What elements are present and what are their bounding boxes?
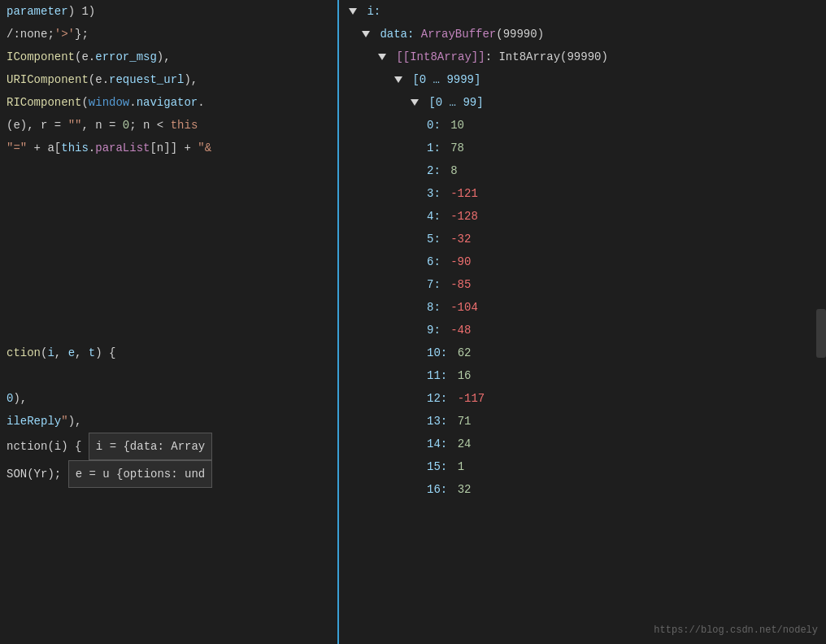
inspector-data[interactable]: data: ArrayBuffer(99990) xyxy=(346,23,826,46)
entry-7: 7: -85 xyxy=(346,273,826,296)
code-line-5: RIComponent(window.navigator. xyxy=(3,91,337,114)
entry-15: 15: 1 xyxy=(346,455,826,478)
int8-label: [[Int8Array]]: Int8Array(99990) xyxy=(396,50,607,63)
code-line-20: SON(Yr); e = u {options: und xyxy=(3,460,337,488)
entry-13: 13: 71 xyxy=(346,410,826,433)
tooltip-array: i = {data: Array xyxy=(89,433,212,460)
entry-2: 2: 8 xyxy=(346,159,826,182)
code-line-blank7 xyxy=(3,296,337,319)
inspector-int8[interactable]: [[Int8Array]]: Int8Array(99990) xyxy=(346,46,826,68)
inspector-range1[interactable]: [0 … 9999] xyxy=(346,68,826,91)
entry-12: 12: -117 xyxy=(346,387,826,410)
code-line-3: IComponent(e.error_msg), xyxy=(3,46,337,68)
code-line-blank3 xyxy=(3,205,337,228)
entry-4: 4: -128 xyxy=(346,205,826,228)
entry-1: 1: 78 xyxy=(346,137,826,159)
root-label: i: xyxy=(367,5,380,18)
code-line-2: /:none;'>'}; xyxy=(3,23,337,46)
code-line-6: (e), r = "", n = 0; n < this xyxy=(3,114,337,137)
entry-3: 3: -121 xyxy=(346,182,826,205)
entry-6: 6: -90 xyxy=(346,250,826,273)
right-inspector-panel: i: data: ArrayBuffer(99990) [[Int8Array]… xyxy=(337,0,826,644)
code-line-blank2 xyxy=(3,182,337,205)
code-line-blank8 xyxy=(3,319,337,342)
code-line-17: 0), xyxy=(3,387,337,410)
range1-label: [0 … 9999] xyxy=(412,73,480,86)
tooltip-options: e = u {options: und xyxy=(68,460,213,488)
entry-14: 14: 24 xyxy=(346,433,826,455)
scrollbar[interactable] xyxy=(816,309,826,358)
range2-label: [0 … 99] xyxy=(428,96,483,109)
code-line-7: "=" + a[this.paraList[n]] + "& xyxy=(3,137,337,159)
collapse-icon-range1[interactable] xyxy=(394,76,402,83)
entry-9: 9: -48 xyxy=(346,319,826,342)
code-line-blank1 xyxy=(3,159,337,182)
left-code-panel: parameter) 1) /:none;'>'}; IComponent(e.… xyxy=(0,0,337,644)
collapse-icon-int8[interactable] xyxy=(378,54,386,60)
entry-0: 0: 10 xyxy=(346,114,826,137)
collapse-icon-data[interactable] xyxy=(362,31,370,37)
collapse-icon-root[interactable] xyxy=(349,8,357,15)
data-label: data: ArrayBuffer(99990) xyxy=(380,28,544,41)
code-line-blank9 xyxy=(3,364,337,387)
inspector-range2[interactable]: [0 … 99] xyxy=(346,91,826,114)
code-line-blank4 xyxy=(3,228,337,250)
entry-5: 5: -32 xyxy=(346,228,826,250)
code-line-blank5 xyxy=(3,250,337,273)
code-line-4: URIComponent(e.request_url), xyxy=(3,68,337,91)
code-line-19: nction(i) { i = {data: Array xyxy=(3,433,337,460)
code-line-blank6 xyxy=(3,273,337,296)
code-line-18: ileReply"), xyxy=(3,410,337,433)
inspector-root[interactable]: i: xyxy=(346,0,826,23)
code-line-15: ction(i, e, t) { xyxy=(3,342,337,364)
code-line-1: parameter) 1) xyxy=(3,0,337,23)
entry-16: 16: 32 xyxy=(346,478,826,501)
entry-8: 8: -104 xyxy=(346,296,826,319)
collapse-icon-range2[interactable] xyxy=(411,99,419,106)
entry-11: 11: 16 xyxy=(346,364,826,387)
watermark: https://blog.csdn.net/nodely xyxy=(654,624,818,636)
entry-10: 10: 62 xyxy=(346,342,826,364)
